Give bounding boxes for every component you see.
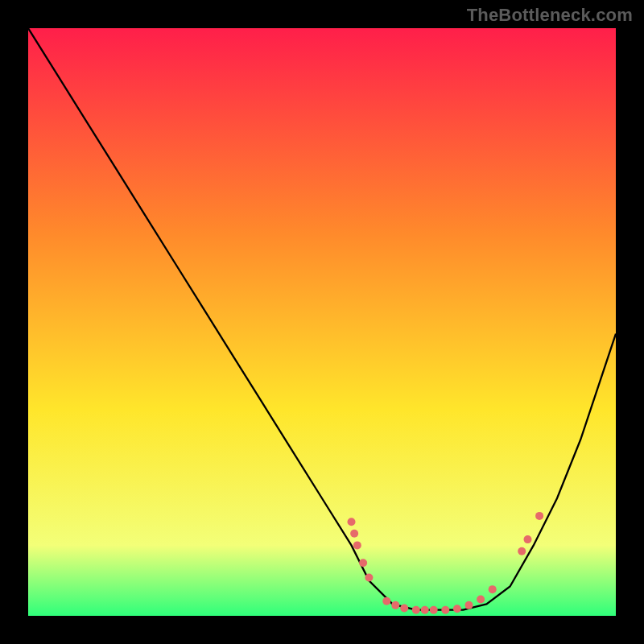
data-marker xyxy=(535,512,543,520)
data-marker xyxy=(359,559,367,567)
bottleneck-chart xyxy=(28,28,616,616)
data-marker xyxy=(391,601,399,609)
data-marker xyxy=(353,541,361,549)
gradient-background xyxy=(28,28,616,616)
data-marker xyxy=(489,585,497,593)
data-marker xyxy=(348,518,356,526)
data-marker xyxy=(421,606,429,614)
data-marker xyxy=(477,596,485,604)
data-marker xyxy=(524,535,532,543)
data-marker xyxy=(400,605,408,613)
data-marker xyxy=(382,597,390,605)
data-marker xyxy=(430,606,438,614)
chart-frame: TheBottleneck.com xyxy=(0,0,644,644)
data-marker xyxy=(465,601,473,609)
data-marker xyxy=(441,606,449,614)
data-marker xyxy=(412,606,420,614)
data-marker xyxy=(453,605,461,613)
plot-area xyxy=(28,28,616,616)
attribution-label: TheBottleneck.com xyxy=(467,5,633,26)
data-marker xyxy=(365,574,373,582)
data-marker xyxy=(518,547,526,555)
data-marker xyxy=(350,530,358,538)
